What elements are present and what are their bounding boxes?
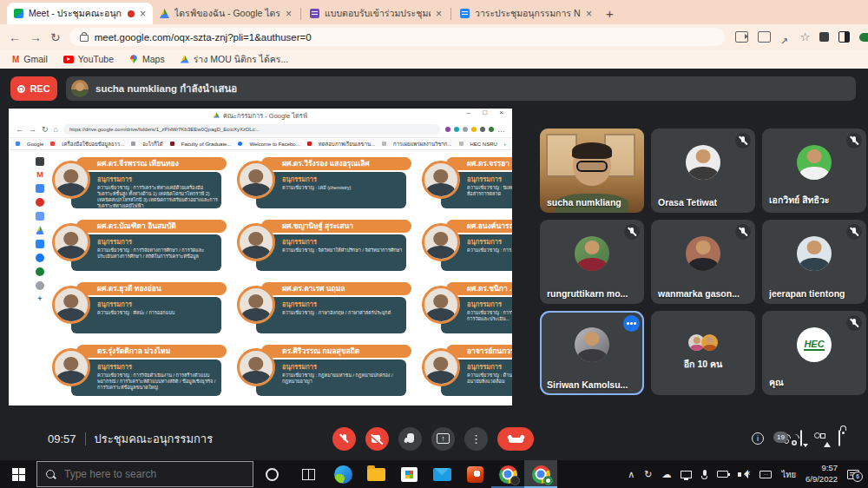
display-icon[interactable] <box>681 471 692 478</box>
more-participants-tile[interactable]: อีก 10 คน <box>651 311 755 395</box>
volume-muted-icon[interactable] <box>738 470 750 478</box>
translate-icon[interactable] <box>758 31 771 43</box>
microphone-icon[interactable] <box>701 470 707 479</box>
participant-tile-wanmarka[interactable]: wanmarka gason... <box>651 220 755 304</box>
tab-close-icon[interactable]: × <box>436 9 442 19</box>
member-photo <box>422 223 460 261</box>
participant-tile-rungruttikarn[interactable]: rungruttikarn mo... <box>540 220 644 304</box>
touch-keyboard-icon[interactable]: ··· <box>760 471 772 478</box>
share-title-bar: คณะกรรมการ - Google ไดรฟ์ – □ × <box>9 109 512 122</box>
tab-close-icon[interactable]: × <box>586 9 592 19</box>
bookmarks-bar: MGmail YouTube Maps ร่าง MOU นิติกร ได้ค… <box>0 49 868 69</box>
more-options-button[interactable]: ⋮ <box>464 427 488 451</box>
committee-card: ผศ.ดร.จรรยา ...อนุกรรมการความเชี่ยวชาญ :… <box>420 156 512 210</box>
tab-drive[interactable]: ไดรฟ์ของฉัน - Google ไดรฟ์ × <box>153 3 299 24</box>
url-bar[interactable]: meet.google.com/oqx-szta-znj?pli=1&authu… <box>69 28 725 46</box>
edge-icon <box>334 465 352 484</box>
new-tab-button[interactable]: + <box>606 6 614 21</box>
committee-card: ผศ.ดร.ชนิกา ...อนุกรรมการความเชี่ยวชาญ :… <box>420 281 512 335</box>
meeting-time: 09:57 <box>48 432 76 445</box>
mail-icon <box>433 468 451 481</box>
share-extension-icons: … <box>445 126 505 134</box>
share-page-body: M + ผศ.ดร.จีรพรรณ เทียนทองอนุกรรมการความ… <box>9 150 512 406</box>
avatar <box>575 236 609 271</box>
tab-forms[interactable]: แบบตอบรับเข้าร่วมประชุมคณะอนุกรร × <box>303 3 449 24</box>
onedrive-icon[interactable]: ☁ <box>661 470 671 479</box>
extensions-icon[interactable] <box>819 32 829 42</box>
committee-card: ผศ.ดร.วิรังรอง แสงอรุณเลิศอนุกรรมการความ… <box>235 156 413 210</box>
url-text: meet.google.com/oqx-szta-znj?pli=1&authu… <box>95 32 312 43</box>
reload-icon[interactable]: ↻ <box>50 31 61 43</box>
host-controls-button[interactable] <box>838 431 840 446</box>
language-indicator[interactable]: ไทย <box>781 468 796 481</box>
taskbar-edge[interactable] <box>326 460 359 488</box>
tab-close-icon[interactable]: × <box>140 9 146 19</box>
bookmark-mou[interactable]: ร่าง MOU นิติกร ได้คร... <box>181 52 288 67</box>
participant-tile-orasa[interactable]: Orasa Tetiwat <box>651 129 755 213</box>
participant-tile-siriwan[interactable]: Siriwan Kamolsu... <box>540 311 644 395</box>
update-icon[interactable]: ↻ <box>644 470 652 479</box>
participant-name: เอกวิทย์ สิทธิวะ <box>769 193 829 208</box>
participant-name: Siriwan Kamolsu... <box>547 379 628 390</box>
committee-card: ผศ.อนงค์นารถ...อนุกรรมการความเชี่ยวชาญ :… <box>420 219 512 273</box>
chat-button[interactable] <box>800 431 802 446</box>
avatar <box>686 236 720 271</box>
participant-tile-ekavit[interactable]: เอกวิทย์ สิทธิวะ <box>762 129 866 213</box>
start-button[interactable] <box>0 460 36 488</box>
side-panel-icon[interactable] <box>838 31 850 43</box>
raise-hand-button[interactable] <box>398 427 422 451</box>
lock-icon <box>838 430 840 446</box>
member-photo <box>237 223 275 261</box>
taskbar-clock[interactable]: 9:57 6/9/2022 <box>806 463 838 485</box>
participant-name: คุณ <box>769 375 784 390</box>
battery-icon[interactable] <box>717 471 728 478</box>
taskbar-explorer[interactable] <box>359 460 392 488</box>
tab-docs[interactable]: วาระประชุมอนุกรรมการ NSRU-HEC_ × <box>453 3 599 24</box>
member-photo <box>422 348 460 386</box>
file-explorer-icon <box>367 468 385 481</box>
camera-permission-icon[interactable] <box>735 31 748 43</box>
cortana-button[interactable] <box>253 460 290 488</box>
meeting-details-button[interactable]: i <box>752 432 764 445</box>
bookmark-star-icon[interactable]: ☆ <box>800 31 811 43</box>
mic-muted-icon <box>846 224 862 240</box>
avatar <box>575 327 609 362</box>
bookmark-maps[interactable]: Maps <box>129 54 165 64</box>
taskbar-office[interactable] <box>458 460 491 488</box>
camera-toggle-button[interactable] <box>365 427 389 451</box>
task-view-button[interactable] <box>290 460 326 488</box>
participant-tile-jeerapan[interactable]: jeerapan tientong <box>762 220 866 304</box>
taskbar-chrome-active[interactable] <box>524 460 557 488</box>
taskbar-store[interactable] <box>392 460 425 488</box>
bookmark-youtube[interactable]: YouTube <box>63 54 114 64</box>
forward-icon[interactable]: → <box>30 31 42 43</box>
browser-tab-strip: Meet - ประชุมคณะอนุกรรมการ × ไดรฟ์ของฉัน… <box>0 0 868 24</box>
participant-tile-sucha[interactable]: sucha numkliang <box>540 129 644 213</box>
taskbar-chrome[interactable] <box>491 460 524 488</box>
search-icon <box>46 470 55 478</box>
leave-call-button[interactable] <box>497 427 534 451</box>
record-icon <box>17 85 25 93</box>
member-photo <box>237 161 275 199</box>
back-icon[interactable]: ← <box>9 31 21 43</box>
search-input[interactable] <box>62 467 244 481</box>
tab-close-icon[interactable]: × <box>286 9 292 19</box>
member-photo <box>422 286 460 324</box>
committee-card: ผศ.ดร.บัณฑิตา อินสมบัติอนุกรรมการความเชี… <box>50 219 228 273</box>
mic-toggle-button[interactable] <box>332 427 356 451</box>
app-icon <box>36 267 44 276</box>
self-tile[interactable]: HEC คุณ <box>762 311 866 395</box>
show-hidden-icons[interactable]: ∧ <box>628 470 635 479</box>
taskbar-mail[interactable] <box>425 460 458 488</box>
bookmark-gmail[interactable]: MGmail <box>12 54 48 64</box>
taskbar-search[interactable] <box>36 461 253 487</box>
action-center-icon[interactable]: 6 <box>847 470 859 479</box>
share-icon[interactable] <box>780 32 791 43</box>
tab-meet[interactable]: Meet - ประชุมคณะอนุกรรมการ × <box>7 3 153 24</box>
committee-card: ผศ.ดร.ดาเรศ นฤมลอนุกรรมการความเชี่ยวชาญ … <box>235 281 413 335</box>
chevron-right-icon: › <box>504 142 506 147</box>
meet-control-bar: 09:57 ประชุมคณะอนุกรรมการ ⋮ i 19 <box>0 417 868 460</box>
tile-options-icon[interactable] <box>623 315 640 332</box>
present-button[interactable] <box>431 427 455 451</box>
green-extension-icon[interactable] <box>859 33 868 42</box>
